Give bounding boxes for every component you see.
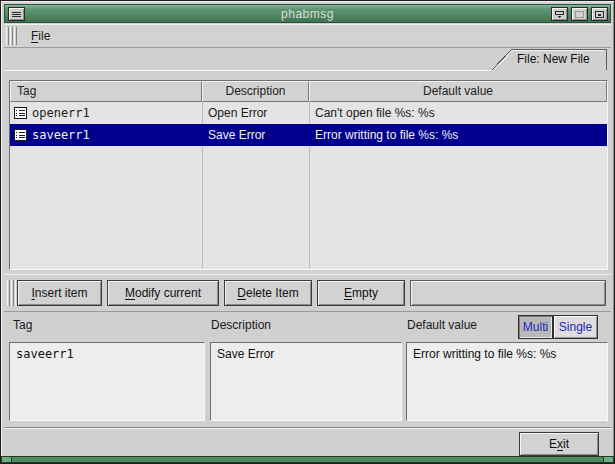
message-item-icon — [14, 107, 27, 119]
menu-file[interactable]: File — [25, 27, 56, 45]
app-window: phabmsg — [0, 0, 615, 464]
empty-button[interactable]: Empty — [317, 280, 405, 306]
row-tag-text: openerr1 — [32, 106, 90, 120]
resize-corner-left[interactable] — [1, 456, 12, 463]
file-tab-label: File: New File — [517, 52, 590, 66]
column-header-default-value[interactable]: Default value — [309, 81, 607, 102]
maximize-icon — [574, 10, 585, 19]
default-value-input[interactable]: Error writting to file %s: %s — [406, 342, 608, 421]
collapse-button[interactable] — [551, 7, 568, 21]
maximize-button[interactable] — [571, 7, 588, 21]
tag-field-label: Tag — [13, 318, 32, 332]
row-default-value-text: Can't open file %s: %s — [309, 106, 607, 120]
menubar-grip[interactable] — [6, 27, 17, 45]
column-header-description[interactable]: Description — [202, 81, 309, 102]
titlebar[interactable]: phabmsg — [4, 4, 611, 23]
table-header-row: Tag Description Default value — [10, 81, 607, 102]
toolbar-filler-panel — [410, 280, 606, 306]
cell-tag: saveerr1 — [10, 128, 202, 142]
line-mode-toggle: Multi Single — [518, 315, 598, 339]
message-item-icon — [14, 129, 27, 141]
cell-tag: openerr1 — [10, 106, 202, 120]
description-input[interactable]: Save Error — [210, 342, 402, 421]
table-row[interactable]: openerr1 Open Error Can't open file %s: … — [10, 102, 607, 124]
panel-top-edge — [4, 70, 492, 72]
single-mode-button[interactable]: Single — [553, 315, 598, 339]
toolbar: Insert item Modify current Delete Item E… — [4, 274, 611, 312]
resize-edge-bottom[interactable] — [1, 456, 614, 463]
exit-button[interactable]: Exit — [519, 432, 599, 456]
resize-corner-right[interactable] — [603, 456, 614, 463]
tag-input[interactable]: saveerr1 — [9, 342, 205, 421]
file-tab: File: New File — [491, 48, 608, 71]
delete-item-button[interactable]: Delete Item — [224, 280, 312, 306]
insert-item-button[interactable]: Insert item — [17, 280, 102, 306]
menubar: File — [4, 24, 611, 48]
row-default-value-text: Error writting to file %s: %s — [309, 128, 607, 142]
row-description-text: Open Error — [202, 106, 309, 120]
table-row-selected[interactable]: saveerr1 Save Error Error writting to fi… — [10, 124, 607, 146]
column-header-tag[interactable]: Tag — [10, 81, 202, 102]
modify-current-button[interactable]: Modify current — [107, 280, 219, 306]
window-title: phabmsg — [5, 7, 610, 21]
row-tag-text: saveerr1 — [32, 128, 90, 142]
row-description-text: Save Error — [202, 128, 309, 142]
collapse-icon — [554, 10, 565, 19]
close-button[interactable] — [591, 7, 608, 21]
message-table: Tag Description Default value — [9, 80, 608, 270]
close-icon — [594, 10, 605, 19]
multi-mode-button[interactable]: Multi — [518, 315, 553, 339]
description-field-label: Description — [211, 318, 271, 332]
default-value-field-label: Default value — [407, 318, 477, 332]
